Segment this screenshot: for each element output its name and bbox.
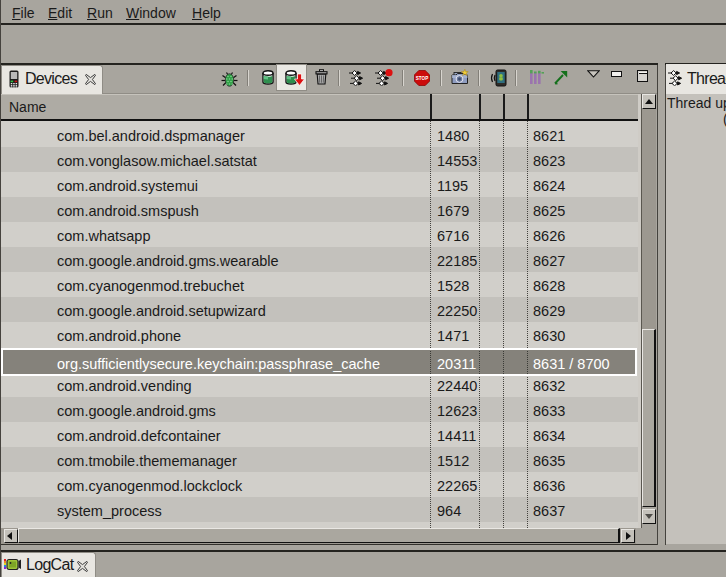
svg-text:STOP: STOP xyxy=(416,76,428,81)
